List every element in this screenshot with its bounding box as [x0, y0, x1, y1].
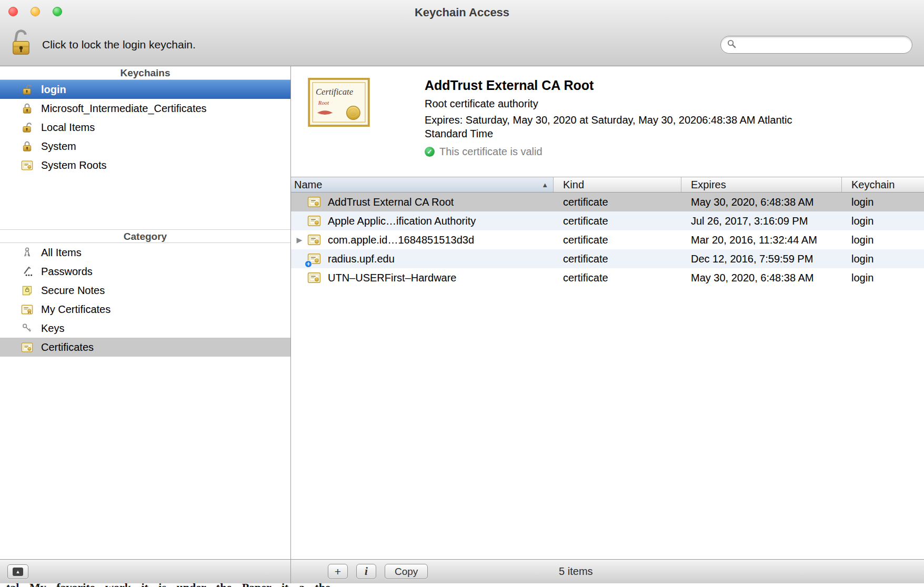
copy-button[interactable]: Copy: [385, 564, 428, 579]
window-header: Keychain Access Click to lock the login …: [0, 0, 924, 66]
desktop-screen: Keychain Access Click to lock the login …: [0, 0, 924, 587]
keychain-list-item[interactable]: Microsoft_Intermediate_Certificates: [0, 99, 290, 118]
main-pane: Certificate Root AddTrust External CA Ro…: [291, 66, 924, 559]
certificate-icon: [307, 271, 321, 285]
certificate-details: AddTrust External CA Root Root certifica…: [425, 78, 793, 177]
column-header-keychain[interactable]: Keychain: [842, 177, 924, 192]
table-header: Name ▲ Kind Expires Keychain: [291, 177, 924, 193]
column-header-name[interactable]: Name ▲: [291, 177, 554, 192]
category-icon: [21, 285, 33, 297]
search-input[interactable]: [740, 39, 906, 50]
cell-kind: certificate: [554, 249, 681, 268]
table-row[interactable]: ▶ + Apple Applic…ification Authority cer…: [291, 211, 924, 230]
cell-name: ▶ + com.apple.id…1684851513d3d: [291, 230, 554, 249]
valid-check-icon: ✓: [425, 147, 435, 157]
keychain-list-item[interactable]: Local Items: [0, 118, 290, 137]
keychain-icon: [21, 140, 33, 153]
cell-name: ▶ + Apple Applic…ification Authority: [291, 211, 554, 230]
cell-keychain: login: [842, 249, 924, 268]
category-list-item[interactable]: All Items: [0, 243, 290, 262]
row-name: Apple Applic…ification Authority: [328, 215, 476, 227]
svg-text:Certificate: Certificate: [316, 87, 353, 97]
cell-keychain: login: [842, 268, 924, 287]
category-list-item[interactable]: Passwords: [0, 262, 290, 281]
toggle-keychains-button[interactable]: ▲: [7, 564, 28, 579]
certificate-preview: Certificate Root AddTrust External CA Ro…: [291, 66, 924, 177]
category-icon: [21, 303, 33, 316]
cell-expires: Dec 12, 2016, 7:59:59 PM: [681, 249, 842, 268]
add-item-button[interactable]: +: [328, 564, 348, 579]
category-list-item[interactable]: Keys: [0, 319, 290, 338]
cell-name: ▶ + UTN–USERFirst–Hardware: [291, 268, 554, 287]
get-info-button[interactable]: i: [356, 564, 376, 579]
row-name: com.apple.id…1684851513d3d: [328, 234, 474, 246]
certificate-icon: [307, 195, 321, 209]
certificate-table: ▶ + AddTrust External CA Root certificat…: [291, 193, 924, 559]
row-name: radius.upf.edu: [328, 253, 395, 265]
keychain-label: System Roots: [41, 159, 106, 171]
clipped-background-text: tal My favorite work it is under the Pap…: [0, 583, 330, 587]
keychain-icon: [21, 122, 33, 134]
certificate-expiry: Expires: Saturday, May 30, 2020 at Satur…: [425, 113, 793, 141]
category-list-item[interactable]: Secure Notes: [0, 281, 290, 300]
keychain-list-item[interactable]: System: [0, 137, 290, 156]
category-label: Certificates: [41, 341, 94, 353]
titlebar[interactable]: Keychain Access: [0, 0, 924, 24]
keychain-icon: [21, 103, 33, 115]
keychain-icon: [21, 84, 33, 96]
window-title: Keychain Access: [0, 0, 924, 24]
sidebar: Keychains login Microsoft_Intermediate_C…: [0, 66, 291, 559]
table-row[interactable]: ▶ + com.apple.id…1684851513d3d certifica…: [291, 230, 924, 249]
items-count: 5 items: [559, 565, 592, 578]
keychains-header: Keychains: [0, 66, 290, 80]
lock-status-message: Click to lock the login keychain.: [42, 38, 196, 51]
keychain-list-item[interactable]: System Roots: [0, 156, 290, 175]
status-bar: ▲ + i Copy 5 items: [0, 559, 924, 583]
lock-toggle-icon[interactable]: [9, 27, 33, 59]
keychain-label: Microsoft_Intermediate_Certificates: [41, 103, 207, 115]
category-list: All Items Passwords Secure Notes: [0, 243, 290, 357]
toolbar: Click to lock the login keychain.: [0, 24, 924, 66]
keychain-label: login: [41, 84, 66, 96]
column-header-kind[interactable]: Kind: [554, 177, 681, 192]
status-bar-main-section: + i Copy 5 items: [291, 560, 924, 583]
category-label: All Items: [41, 247, 82, 259]
keychain-label: System: [41, 140, 76, 153]
cell-keychain: login: [842, 211, 924, 230]
keychain-icon: [21, 159, 33, 171]
keychain-label: Local Items: [41, 122, 95, 134]
category-header: Category: [0, 229, 290, 243]
row-name: UTN–USERFirst–Hardware: [328, 272, 457, 284]
category-icon: [21, 341, 33, 353]
table-row[interactable]: ▶ + radius.upf.edu certificate Dec 12, 2…: [291, 249, 924, 268]
cell-keychain: login: [842, 230, 924, 249]
certificate-validity: ✓ This certificate is valid: [425, 146, 793, 158]
column-name-label: Name: [294, 179, 322, 191]
search-icon: [727, 39, 736, 50]
table-row[interactable]: ▶ + UTN–USERFirst–Hardware certificate M…: [291, 268, 924, 287]
cell-kind: certificate: [554, 211, 681, 230]
cell-expires: May 30, 2020, 6:48:38 AM: [681, 193, 842, 211]
row-name: AddTrust External CA Root: [328, 196, 454, 208]
sort-ascending-icon[interactable]: ▲: [541, 181, 548, 189]
certificate-icon: [307, 233, 321, 247]
cell-expires: Jul 26, 2017, 3:16:09 PM: [681, 211, 842, 230]
column-keychain-label: Keychain: [851, 179, 895, 191]
category-list-item[interactable]: Certificates: [0, 338, 290, 357]
cell-kind: certificate: [554, 193, 681, 211]
keychain-list-item[interactable]: login: [0, 80, 290, 99]
certificate-type: Root certificate authority: [425, 98, 793, 110]
category-label: My Certificates: [41, 303, 111, 316]
table-row[interactable]: ▶ + AddTrust External CA Root certificat…: [291, 193, 924, 211]
cell-expires: Mar 20, 2016, 11:32:44 AM: [681, 230, 842, 249]
column-expires-label: Expires: [691, 179, 726, 191]
category-list-item[interactable]: My Certificates: [0, 300, 290, 319]
cell-kind: certificate: [554, 230, 681, 249]
category-icon: [21, 266, 33, 278]
search-field[interactable]: [720, 36, 912, 54]
status-bar-sidebar-section: ▲: [0, 560, 291, 583]
category-icon: [21, 247, 33, 259]
column-header-expires[interactable]: Expires: [681, 177, 842, 192]
cell-kind: certificate: [554, 268, 681, 287]
disclosure-triangle-icon[interactable]: ▶: [295, 236, 304, 244]
